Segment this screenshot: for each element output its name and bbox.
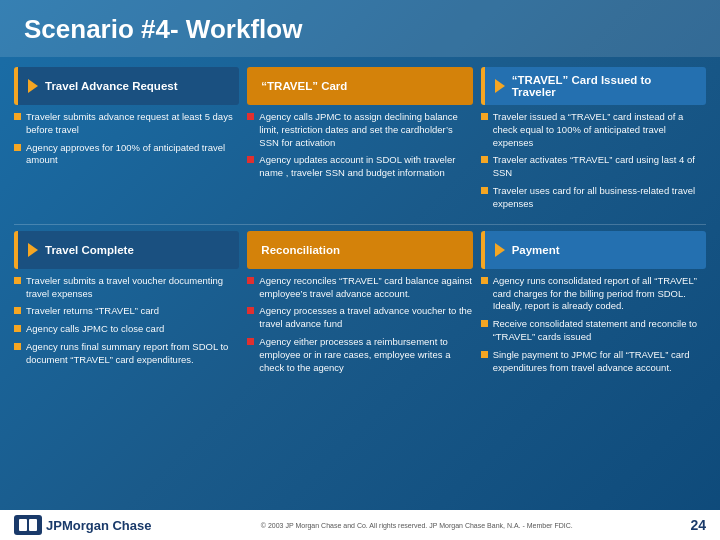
section-header-text: Travel Advance Request	[45, 80, 178, 92]
section-body: Agency reconciles “TRAVEL” card balance …	[247, 275, 472, 380]
bullet-text: Traveler uses card for all business-rela…	[493, 185, 706, 211]
copyright-text: © 2003 JP Morgan Chase and Co. All right…	[161, 522, 672, 529]
bullet-marker	[481, 113, 488, 120]
section-payment: PaymentAgency runs consolidated report o…	[481, 231, 706, 380]
bullet-marker	[14, 277, 21, 284]
slide: Scenario #4- Workflow Travel Advance Req…	[0, 0, 720, 540]
logo-text: JPMorgan Chase	[46, 518, 151, 533]
bullet-marker	[247, 156, 254, 163]
bullet-text: Agency calls JPMC to assign declining ba…	[259, 111, 472, 149]
top-row: Travel Advance RequestTraveler submits a…	[0, 67, 720, 216]
bullet-text: Agency updates account in SDOL with trav…	[259, 154, 472, 180]
arrow-icon	[28, 79, 38, 93]
bullet-item: Receive consolidated statement and recon…	[481, 318, 706, 344]
section-body: Agency runs consolidated report of all “…	[481, 275, 706, 380]
section-travel-card-issued: “TRAVEL” Card Issued to TravelerTraveler…	[481, 67, 706, 216]
section-body: Agency calls JPMC to assign declining ba…	[247, 111, 472, 216]
bottom-row: Travel CompleteTraveler submits a travel…	[0, 231, 720, 380]
bullet-item: Traveler submits a travel voucher docume…	[14, 275, 239, 301]
bullet-marker	[481, 156, 488, 163]
bullet-marker	[14, 325, 21, 332]
bullet-item: Traveler submits advance request at leas…	[14, 111, 239, 137]
bullet-marker	[247, 277, 254, 284]
section-header-text: “TRAVEL” Card Issued to Traveler	[512, 74, 696, 98]
bullet-marker	[481, 351, 488, 358]
bullet-item: Agency either processes a reimbursement …	[247, 336, 472, 374]
section-travel-advance: Travel Advance RequestTraveler submits a…	[14, 67, 239, 216]
title-bar: Scenario #4- Workflow	[0, 0, 720, 57]
bullet-text: Agency either processes a reimbursement …	[259, 336, 472, 374]
bullet-marker	[247, 307, 254, 314]
bullet-text: Traveler issued a “TRAVEL” card instead …	[493, 111, 706, 149]
bullet-text: Traveler submits a travel voucher docume…	[26, 275, 239, 301]
arrow-icon	[495, 243, 505, 257]
bullet-marker	[14, 113, 21, 120]
bullet-item: Agency runs final summary report from SD…	[14, 341, 239, 367]
bullet-item: Agency calls JPMC to close card	[14, 323, 239, 336]
bullet-text: Agency runs consolidated report of all “…	[493, 275, 706, 313]
footer: JPMorgan Chase © 2003 JP Morgan Chase an…	[0, 510, 720, 540]
section-body: Traveler submits a travel voucher docume…	[14, 275, 239, 380]
bullet-text: Agency calls JPMC to close card	[26, 323, 164, 336]
bullet-text: Agency runs final summary report from SD…	[26, 341, 239, 367]
bullet-text: Agency reconciles “TRAVEL” card balance …	[259, 275, 472, 301]
bullet-text: Receive consolidated statement and recon…	[493, 318, 706, 344]
section-travel-complete: Travel CompleteTraveler submits a travel…	[14, 231, 239, 380]
section-header-text: “TRAVEL” Card	[261, 80, 347, 92]
section-header-text: Travel Complete	[45, 244, 134, 256]
bullet-item: Agency runs consolidated report of all “…	[481, 275, 706, 313]
bullet-item: Traveler uses card for all business-rela…	[481, 185, 706, 211]
page-number: 24	[682, 517, 706, 533]
bullet-item: Agency approves for 100% of anticipated …	[14, 142, 239, 168]
bullet-item: Agency processes a travel advance vouche…	[247, 305, 472, 331]
bullet-marker	[14, 307, 21, 314]
bullet-text: Agency approves for 100% of anticipated …	[26, 142, 239, 168]
bullet-text: Single payment to JPMC for all “TRAVEL” …	[493, 349, 706, 375]
bullet-marker	[481, 187, 488, 194]
divider	[14, 224, 706, 225]
bullet-item: Traveler returns “TRAVEL” card	[14, 305, 239, 318]
bullet-item: Traveler issued a “TRAVEL” card instead …	[481, 111, 706, 149]
section-body: Traveler issued a “TRAVEL” card instead …	[481, 111, 706, 216]
section-header-text: Payment	[512, 244, 560, 256]
bullet-text: Traveler activates “TRAVEL” card using l…	[493, 154, 706, 180]
section-travel-card: “TRAVEL” CardAgency calls JPMC to assign…	[247, 67, 472, 216]
bullet-item: Single payment to JPMC for all “TRAVEL” …	[481, 349, 706, 375]
bullet-marker	[247, 338, 254, 345]
bullet-item: Agency calls JPMC to assign declining ba…	[247, 111, 472, 149]
bullet-marker	[14, 343, 21, 350]
bullet-text: Agency processes a travel advance vouche…	[259, 305, 472, 331]
bullet-text: Traveler returns “TRAVEL” card	[26, 305, 159, 318]
bullet-marker	[481, 320, 488, 327]
bullet-item: Agency reconciles “TRAVEL” card balance …	[247, 275, 472, 301]
bullet-marker	[14, 144, 21, 151]
jpmc-logo-svg	[18, 518, 38, 532]
bullet-item: Agency updates account in SDOL with trav…	[247, 154, 472, 180]
jpmc-logo-icon	[14, 515, 42, 535]
bullet-marker	[247, 113, 254, 120]
slide-title: Scenario #4- Workflow	[24, 14, 302, 44]
section-reconciliation: ReconciliationAgency reconciles “TRAVEL”…	[247, 231, 472, 380]
arrow-icon	[495, 79, 505, 93]
bullet-text: Traveler submits advance request at leas…	[26, 111, 239, 137]
arrow-icon	[28, 243, 38, 257]
bullet-marker	[481, 277, 488, 284]
svg-rect-0	[19, 519, 27, 531]
bullet-item: Traveler activates “TRAVEL” card using l…	[481, 154, 706, 180]
section-body: Traveler submits advance request at leas…	[14, 111, 239, 216]
logo-area: JPMorgan Chase	[14, 515, 151, 535]
section-header-text: Reconciliation	[261, 244, 340, 256]
svg-rect-1	[29, 519, 37, 531]
